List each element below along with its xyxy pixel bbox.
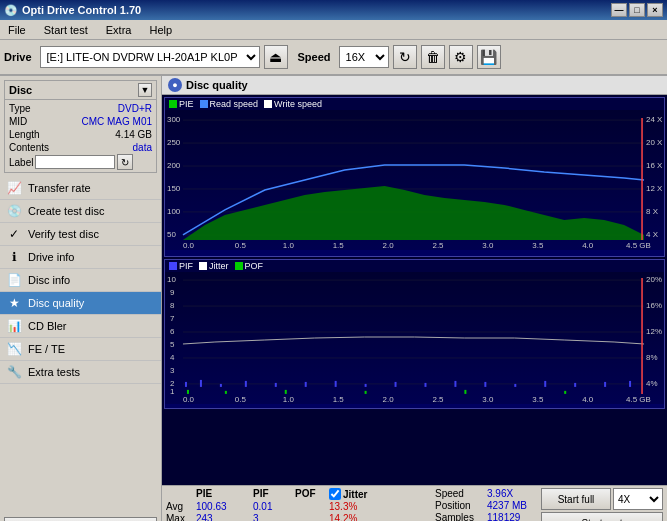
samples-value: 118129 xyxy=(487,512,537,521)
disc-expand-button[interactable]: ▼ xyxy=(138,83,152,97)
svg-text:20 X: 20 X xyxy=(646,138,663,147)
nav-extra-tests-label: Extra tests xyxy=(28,366,80,378)
svg-rect-65 xyxy=(604,382,606,387)
nav-verify-test-disc[interactable]: ✓ Verify test disc xyxy=(0,223,161,246)
nav-disc-quality-label: Disc quality xyxy=(28,297,84,309)
svg-rect-66 xyxy=(629,381,631,387)
menu-help[interactable]: Help xyxy=(145,23,176,37)
eject-button[interactable]: ⏏ xyxy=(264,45,288,69)
svg-text:3.5: 3.5 xyxy=(532,395,544,404)
nav-disc-info-label: Disc info xyxy=(28,274,70,286)
nav-extra-tests[interactable]: 🔧 Extra tests xyxy=(0,361,161,384)
svg-text:50: 50 xyxy=(167,230,176,239)
svg-text:16 X: 16 X xyxy=(646,161,663,170)
col-jitter-header: Jitter xyxy=(343,489,367,500)
svg-rect-50 xyxy=(185,382,187,387)
svg-text:2.5: 2.5 xyxy=(432,395,444,404)
legend-jitter: Jitter xyxy=(209,261,229,271)
nav-transfer-rate-label: Transfer rate xyxy=(28,182,91,194)
jitter-checkbox[interactable] xyxy=(329,488,341,500)
avg-label: Avg xyxy=(166,501,194,512)
refresh-button[interactable]: ↻ xyxy=(393,45,417,69)
svg-text:6: 6 xyxy=(170,327,175,336)
start-part-button[interactable]: Start part xyxy=(541,512,663,521)
settings-button[interactable]: ⚙ xyxy=(449,45,473,69)
nav-transfer-rate[interactable]: 📈 Transfer rate xyxy=(0,177,161,200)
left-panel: Disc ▼ Type DVD+R MID CMC MAG M01 Length… xyxy=(0,76,162,521)
avg-pof xyxy=(295,501,327,512)
svg-text:1: 1 xyxy=(170,387,175,396)
svg-rect-64 xyxy=(574,383,576,387)
svg-rect-72 xyxy=(564,391,566,394)
svg-rect-55 xyxy=(305,382,307,387)
svg-rect-56 xyxy=(335,381,337,387)
menu-file[interactable]: File xyxy=(4,23,30,37)
type-label: Type xyxy=(9,103,31,114)
nav-cd-bler-label: CD Bler xyxy=(28,320,67,332)
label-input[interactable] xyxy=(35,155,115,169)
svg-text:2.0: 2.0 xyxy=(383,241,395,250)
svg-text:150: 150 xyxy=(167,184,181,193)
cd-bler-icon: 📊 xyxy=(6,318,22,334)
speed-select[interactable]: 16X12X8X4X xyxy=(339,46,389,68)
svg-text:4.5 GB: 4.5 GB xyxy=(626,241,651,250)
nav-create-test-disc-label: Create test disc xyxy=(28,205,104,217)
col-pie-header: PIE xyxy=(196,488,251,500)
col-pof-header: POF xyxy=(295,488,327,500)
svg-text:1.5: 1.5 xyxy=(333,241,345,250)
max-pof xyxy=(295,513,327,521)
menu-start-test[interactable]: Start test xyxy=(40,23,92,37)
length-value: 4.14 GB xyxy=(115,129,152,140)
svg-text:2.5: 2.5 xyxy=(432,241,444,250)
stats-bar: PIE PIF POF Jitter Avg 100.63 0.01 13.3% xyxy=(162,485,667,521)
speed-stat-value: 3.96X xyxy=(487,488,537,499)
chart1-svg: 300 250 200 150 100 50 24 X 20 X 16 X 12… xyxy=(165,110,664,250)
nav-drive-info[interactable]: ℹ Drive info xyxy=(0,246,161,269)
position-value: 4237 MB xyxy=(487,500,537,511)
menu-extra[interactable]: Extra xyxy=(102,23,136,37)
label-refresh-button[interactable]: ↻ xyxy=(117,154,133,170)
speed-label: Speed xyxy=(298,51,331,63)
erase-button[interactable]: 🗑 xyxy=(421,45,445,69)
nav-disc-info[interactable]: 📄 Disc info xyxy=(0,269,161,292)
svg-text:12 X: 12 X xyxy=(646,184,663,193)
nav-cd-bler[interactable]: 📊 CD Bler xyxy=(0,315,161,338)
svg-text:0.0: 0.0 xyxy=(183,395,195,404)
svg-rect-53 xyxy=(245,381,247,387)
avg-jitter: 13.3% xyxy=(329,501,389,512)
svg-text:16%: 16% xyxy=(646,301,662,310)
svg-text:3: 3 xyxy=(170,366,175,375)
nav-disc-quality[interactable]: ★ Disc quality xyxy=(0,292,161,315)
start-full-button[interactable]: Start full xyxy=(541,488,611,510)
svg-text:1.5: 1.5 xyxy=(333,395,345,404)
disc-header-label: Disc xyxy=(9,84,32,96)
svg-text:0.0: 0.0 xyxy=(183,241,195,250)
svg-rect-68 xyxy=(225,391,227,394)
create-test-disc-icon: 💿 xyxy=(6,203,22,219)
svg-marker-18 xyxy=(183,186,644,240)
legend-write-speed: Write speed xyxy=(274,99,322,109)
svg-text:0.5: 0.5 xyxy=(235,241,247,250)
transfer-rate-icon: 📈 xyxy=(6,180,22,196)
speed-pos-section: Speed 3.96X Position 4237 MB Samples 118… xyxy=(435,488,537,521)
legend-pof: POF xyxy=(245,261,264,271)
minimize-button[interactable]: — xyxy=(611,3,627,17)
svg-rect-69 xyxy=(285,390,287,394)
maximize-button[interactable]: □ xyxy=(629,3,645,17)
svg-text:4.5 GB: 4.5 GB xyxy=(626,395,651,404)
max-pie: 243 xyxy=(196,513,251,521)
nav-verify-test-disc-label: Verify test disc xyxy=(28,228,99,240)
chart1-legend: PIE Read speed Write speed xyxy=(165,98,664,110)
svg-rect-60 xyxy=(454,381,456,387)
position-label: Position xyxy=(435,500,483,511)
nav-fe-te[interactable]: 📉 FE / TE xyxy=(0,338,161,361)
svg-text:20%: 20% xyxy=(646,275,662,284)
drive-select[interactable]: [E:] LITE-ON DVDRW LH-20A1P KL0P xyxy=(40,46,260,68)
svg-text:3.0: 3.0 xyxy=(482,395,494,404)
nav-create-test-disc[interactable]: 💿 Create test disc xyxy=(0,200,161,223)
save-button[interactable]: 💾 xyxy=(477,45,501,69)
status-window-button[interactable]: Status window >> xyxy=(4,517,157,521)
svg-text:300: 300 xyxy=(167,115,181,124)
close-button[interactable]: × xyxy=(647,3,663,17)
test-speed-select[interactable]: 4X8X16X xyxy=(613,488,663,510)
